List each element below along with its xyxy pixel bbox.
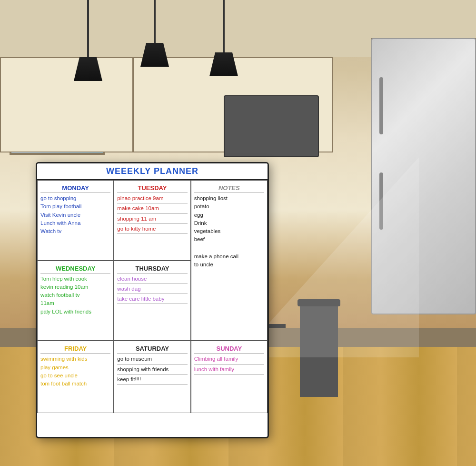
monday-item-1: go to shopping [40,194,110,203]
notes-item-2: potato [194,203,264,211]
monday-item-2: Tom play football [40,203,110,211]
friday-header: FRIDAY [40,343,110,354]
monday-item-4: Lunch with Anna [40,219,110,227]
pendant-light-3 [209,0,238,76]
friday-item-3: go to see uncle [40,372,110,380]
thursday-item-1: clean house [117,275,187,284]
notes-item-4: Drink [194,219,264,227]
saturday-item-1: go to museum [117,355,187,364]
notes-item-1: shopping liost [194,194,264,203]
wednesday-item-4: 11am [40,299,110,307]
tuesday-cell: TUESDAY pinao practice 9am make cake 10a… [114,180,190,261]
pendant-light-1 [74,0,102,81]
notes-item-8: make a phone call [194,253,264,261]
wednesday-item-1: Tom hlep with cook [40,275,110,283]
wednesday-item-2: kevin reading 10am [40,283,110,291]
brand-label: VILLERIJN [37,436,268,438]
saturday-header: SATURDAY [117,343,187,354]
friday-cell: FRIDAY swimming with kids play games go … [37,341,114,413]
tuesday-header: TUESDAY [117,182,187,193]
monday-header: MONDAY [40,182,110,193]
sunday-item-1: Climbing all family [194,355,264,364]
wednesday-cell: WEDNESDAY Tom hlep with cook kevin readi… [37,261,114,341]
monday-item-5: Watch tv [40,227,110,235]
tuesday-item-4: go to kitty home [117,225,187,234]
planner-title: WEEEKLY PLANNER [37,163,268,180]
wednesday-item-5: paly LOL with friends [40,308,110,316]
tuesday-item-3: shopping 11 am [117,215,187,224]
notes-item-3: egg [194,211,264,219]
monday-item-3: Visit Kevin uncle [40,211,110,219]
monday-cell: MONDAY go to shopping Tom play football … [37,180,114,261]
planner-container: WEEEKLY PLANNER MONDAY go to shopping To… [36,162,269,438]
notes-header: NOTES [194,182,264,193]
saturday-item-2: shopping with friends [117,365,187,375]
notes-item-9: to uncle [194,261,264,269]
tuesday-item-1: pinao practice 9am [117,194,187,203]
thursday-item-3: take care little baby [117,295,187,304]
weekly-planner: WEEEKLY PLANNER MONDAY go to shopping To… [36,162,269,438]
cabinet-upper-left [0,57,133,152]
saturday-item-3: keep fit!!!! [117,375,187,385]
sunday-cell: SUNDAY Climbing all family lunch with fa… [191,341,268,413]
wednesday-header: WEDNESDAY [40,263,110,274]
fridge-handle-top [379,77,383,134]
notes-item-5: vegetables [194,227,264,235]
friday-item-1: swimming with kids [40,355,110,363]
thursday-item-2: wash dag [117,285,187,294]
notes-cell: NOTES shopping liost potato egg Drink ve… [191,180,268,341]
planner-grid: MONDAY go to shopping Tom play football … [37,180,268,436]
thursday-cell: THURSDAY clean house wash dag take care … [114,261,190,341]
saturday-cell: SATURDAY go to museum shopping with frie… [114,341,190,413]
pendant-light-2 [140,0,169,67]
notes-item-6: beef [194,235,264,243]
tuesday-item-2: make cake 10am [117,204,187,213]
thursday-header: THURSDAY [117,263,187,274]
sunday-item-2: lunch with family [194,365,264,375]
friday-item-4: tom foot ball match [40,380,110,388]
wednesday-item-3: watch football tv [40,291,110,299]
sunday-header: SUNDAY [194,343,264,354]
friday-item-2: play games [40,364,110,372]
microwave [224,95,319,157]
